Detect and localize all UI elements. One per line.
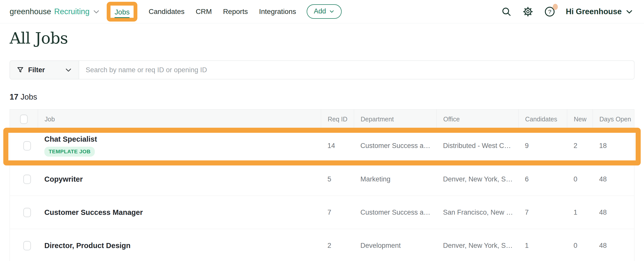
job-title-link[interactable]: Director, Product Design <box>44 241 131 250</box>
filter-button-label: Filter <box>28 66 45 74</box>
department-cell: Customer Success a… <box>354 196 436 229</box>
main-content: All Jobs Filter 17 Jobs Job Req ID Depar… <box>0 29 644 261</box>
table-row[interactable]: Chat Specialist TEMPLATE JOB 14 Customer… <box>10 129 634 162</box>
add-chevron-icon <box>329 9 335 14</box>
filter-bar: Filter <box>10 61 634 79</box>
job-title-link[interactable]: Copywriter <box>44 175 83 183</box>
new-cell: 1 <box>567 196 593 229</box>
top-navigation: greenhouse Recruiting Jobs Candidates CR… <box>0 0 644 23</box>
candidates-cell: 1 <box>518 229 567 261</box>
req-id-cell: 5 <box>321 163 354 196</box>
job-cell: Copywriter <box>38 163 321 196</box>
department-cell: Marketing <box>354 163 436 196</box>
nav-item-integrations[interactable]: Integrations <box>259 8 296 16</box>
user-name: Hi Greenhouse <box>566 7 622 16</box>
days-open-cell: 48 <box>593 229 634 261</box>
table-header: Job Req ID Department Office Candidates … <box>10 109 634 129</box>
job-title-link[interactable]: Customer Success Manager <box>44 208 143 217</box>
brand-logo[interactable]: greenhouse Recruiting <box>10 7 100 16</box>
new-cell: 0 <box>567 229 593 261</box>
row-checkbox-cell <box>10 196 38 229</box>
jobs-count-label: Jobs <box>21 92 37 101</box>
candidates-cell: 6 <box>518 163 567 196</box>
column-header-department[interactable]: Department <box>354 109 436 129</box>
jobs-tab-annotation: Jobs <box>107 2 137 22</box>
primary-nav: Jobs Candidates CRM Reports Integrations <box>107 4 296 19</box>
filter-chevron-icon <box>65 66 72 74</box>
new-cell: 2 <box>567 129 593 162</box>
user-menu[interactable]: Hi Greenhouse <box>566 7 634 16</box>
nav-item-crm[interactable]: CRM <box>196 8 212 16</box>
column-header-days-open[interactable]: Days Open <box>593 109 634 129</box>
department-cell: Development <box>354 229 436 261</box>
req-id-cell: 7 <box>321 196 354 229</box>
user-chevron-icon <box>625 8 633 16</box>
select-all-checkbox[interactable] <box>20 115 28 124</box>
table-row[interactable]: Copywriter 5 Marketing Denver, New York,… <box>10 162 634 196</box>
candidates-cell: 9 <box>518 129 567 162</box>
row-checkbox[interactable] <box>23 241 31 250</box>
filter-button[interactable]: Filter <box>10 61 79 79</box>
jobs-table: Job Req ID Department Office Candidates … <box>10 109 634 261</box>
column-header-req-id[interactable]: Req ID <box>321 109 354 129</box>
table-row[interactable]: Director, Product Design 2 Development D… <box>10 229 634 261</box>
candidates-cell: 7 <box>518 196 567 229</box>
column-header-candidates[interactable]: Candidates <box>518 109 567 129</box>
job-cell: Chat Specialist TEMPLATE JOB <box>38 129 321 162</box>
job-cell: Customer Success Manager <box>38 196 321 229</box>
row-checkbox-cell <box>10 229 38 261</box>
nav-item-jobs[interactable]: Jobs <box>115 8 130 18</box>
office-cell: San Francisco, New … <box>436 196 518 229</box>
row-checkbox-cell <box>10 129 38 162</box>
row-checkbox[interactable] <box>23 208 31 217</box>
days-open-cell: 18 <box>593 129 634 162</box>
template-job-badge: TEMPLATE JOB <box>44 147 95 157</box>
search-icon[interactable] <box>501 6 512 17</box>
row-checkbox-cell <box>10 163 38 196</box>
add-button-label: Add <box>314 7 326 15</box>
add-button[interactable]: Add <box>307 4 342 19</box>
help-icon[interactable]: ? <box>544 6 555 17</box>
notification-dot <box>553 4 558 10</box>
office-cell: Denver, New York, S… <box>436 163 518 196</box>
office-cell: Denver, New York, S… <box>436 229 518 261</box>
req-id-cell: 14 <box>321 129 354 162</box>
brand-chevron-icon <box>93 8 100 15</box>
new-cell: 0 <box>567 163 593 196</box>
department-cell: Customer Success a… <box>354 129 436 162</box>
brand-product: Recruiting <box>54 7 90 16</box>
row-checkbox[interactable] <box>23 141 31 151</box>
page-title: All Jobs <box>10 29 634 47</box>
gear-icon[interactable] <box>522 6 533 17</box>
svg-text:?: ? <box>548 8 551 15</box>
days-open-cell: 48 <box>593 163 634 196</box>
column-header-new[interactable]: New <box>567 109 593 129</box>
filter-icon <box>16 66 24 74</box>
table-row[interactable]: Customer Success Manager 7 Customer Succ… <box>10 196 634 229</box>
nav-item-candidates[interactable]: Candidates <box>149 8 185 16</box>
nav-item-reports[interactable]: Reports <box>223 8 248 16</box>
column-header-office[interactable]: Office <box>436 109 518 129</box>
days-open-cell: 48 <box>593 196 634 229</box>
brand-name: greenhouse <box>10 7 51 16</box>
header-select-all-cell <box>10 109 38 129</box>
row-checkbox[interactable] <box>23 175 31 184</box>
nav-right-cluster: ? Hi Greenhouse <box>501 6 634 17</box>
jobs-count-number: 17 <box>10 92 18 101</box>
jobs-count: 17 Jobs <box>10 92 634 102</box>
office-cell: Distributed - West C… <box>436 129 518 162</box>
job-title-link[interactable]: Chat Specialist <box>44 135 97 143</box>
search-input[interactable] <box>79 61 634 79</box>
job-cell: Director, Product Design <box>38 229 321 261</box>
column-header-job[interactable]: Job <box>38 109 321 129</box>
req-id-cell: 2 <box>321 229 354 261</box>
